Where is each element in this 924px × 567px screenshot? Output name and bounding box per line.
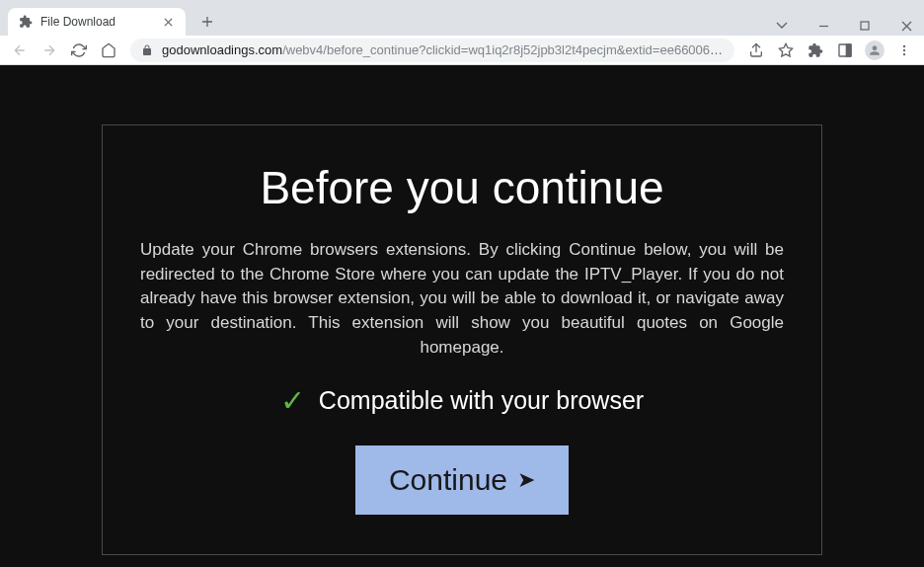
bookmark-button[interactable]: [774, 39, 798, 62]
sidepanel-button[interactable]: [833, 39, 857, 62]
tab-title: File Download: [40, 15, 153, 29]
toolbar: godownloadings.com/webv4/before_continue…: [0, 36, 924, 65]
menu-button[interactable]: [892, 39, 916, 62]
arrow-icon: ➤: [517, 467, 535, 493]
tab-search-button[interactable]: [768, 16, 796, 36]
tab-strip: File Download: [0, 8, 924, 36]
window-controls: [768, 16, 920, 36]
compatibility-row: ✓ Compatible with your browser: [138, 383, 786, 418]
extensions-button[interactable]: [804, 39, 827, 62]
reload-button[interactable]: [67, 39, 91, 62]
forward-button[interactable]: [38, 39, 61, 62]
compatibility-text: Compatible with your browser: [319, 386, 644, 415]
toolbar-icons: [744, 39, 916, 62]
modal-body-text: Update your Chrome browsers extensions. …: [138, 238, 786, 360]
continue-button-label: Continue: [389, 463, 507, 497]
svg-point-4: [903, 52, 905, 54]
svg-rect-0: [861, 22, 869, 30]
interstitial-modal: Before you continue Update your Chrome b…: [102, 124, 822, 555]
modal-title: Before you continue: [138, 161, 786, 214]
back-button[interactable]: [8, 39, 32, 62]
browser-tab[interactable]: File Download: [8, 8, 186, 36]
url-text: godownloadings.com/webv4/before_continue…: [162, 42, 725, 57]
address-bar[interactable]: godownloadings.com/webv4/before_continue…: [130, 39, 734, 62]
close-tab-button[interactable]: [160, 14, 176, 30]
svg-point-2: [903, 44, 905, 46]
minimize-button[interactable]: [809, 16, 837, 36]
new-tab-button[interactable]: [193, 8, 221, 36]
maximize-button[interactable]: [851, 16, 879, 36]
close-window-button[interactable]: [892, 16, 920, 36]
page-content: Before you continue Update your Chrome b…: [0, 65, 924, 567]
share-button[interactable]: [744, 39, 768, 62]
svg-point-3: [903, 48, 905, 50]
profile-button[interactable]: [863, 39, 886, 62]
lock-icon: [140, 43, 154, 57]
home-button[interactable]: [97, 39, 120, 62]
extension-icon: [18, 14, 34, 30]
continue-button[interactable]: Continue ➤: [355, 446, 569, 515]
titlebar: [0, 0, 924, 8]
checkmark-icon: ✓: [280, 383, 305, 418]
